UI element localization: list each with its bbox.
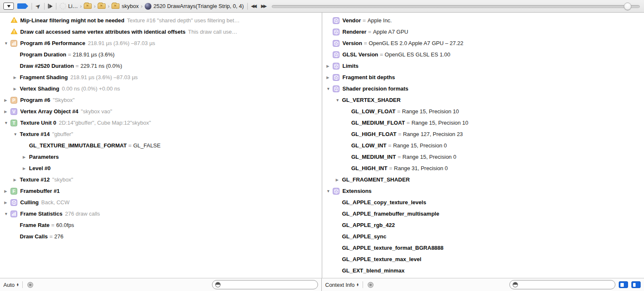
- capture-flag-icon[interactable]: [17, 3, 28, 9]
- row-value: Range 15, Precision 10: [411, 120, 468, 126]
- eye-icon[interactable]: [366, 282, 375, 288]
- tree-row[interactable]: ▼Program #6 Performance218.91 µs (3.6%) …: [0, 37, 322, 49]
- disclosure-triangle[interactable]: ▼: [13, 132, 20, 136]
- filter-field-right[interactable]: [509, 280, 615, 289]
- scope-popup-right[interactable]: Context Info ▲▼: [325, 282, 359, 288]
- tree-row[interactable]: ▶Fragment Shading218.91 µs (3.6%) –87.03…: [0, 72, 322, 83]
- step-forward-button[interactable]: [48, 4, 53, 8]
- row-label: Texture Unit 0: [20, 120, 56, 126]
- disclosure-triangle[interactable]: ▶: [4, 189, 11, 193]
- tree-row[interactable]: GL_TEXTURE_IMMUTABLE_FORMAT=GL_FALSE: [0, 140, 322, 151]
- row-label: Culling: [20, 199, 39, 206]
- layout-toggle-right-button[interactable]: [631, 281, 641, 288]
- tree-row[interactable]: Draw call accessed same vertex attribute…: [0, 26, 322, 37]
- tree-row[interactable]: GL_MEDIUM_FLOAT=Range 15, Precision 10: [322, 117, 644, 128]
- tree-row[interactable]: GL_APPLE_sync: [322, 231, 644, 242]
- triangle-down-icon: [7, 5, 11, 8]
- tree-row[interactable]: GL_MEDIUM_INT=Range 15, Precision 0: [322, 151, 644, 163]
- layout-toggle-left-button[interactable]: [619, 281, 628, 288]
- disclosure-triangle[interactable]: ▶: [23, 166, 29, 171]
- tree-row[interactable]: GL_HIGH_FLOAT=Range 127, Precision 23: [322, 128, 644, 140]
- row-label: GL_HIGH_FLOAT: [351, 131, 396, 137]
- disclosure-triangle[interactable]: ▶: [336, 178, 342, 182]
- tree-row[interactable]: GL_HIGH_INT=Range 31, Precision 0: [322, 163, 644, 174]
- tree-row[interactable]: ▶Level #0: [0, 163, 322, 174]
- row-value: Apple Inc.: [368, 17, 392, 24]
- tree-row[interactable]: Mip-Linear filtering might not be needed…: [0, 15, 322, 26]
- tree-row[interactable]: ▼TTexture Unit 02D:14"gbuffer", Cube Map…: [0, 117, 322, 128]
- tree-row[interactable]: ▼Texture #14"gbuffer": [0, 128, 322, 140]
- breadcrumb-item[interactable]: [84, 3, 92, 9]
- tree-row[interactable]: ▶Vertex Shading0.00 ns (0.0%) +0.00 ns: [0, 83, 322, 94]
- navigate-button[interactable]: ➤: [35, 3, 41, 9]
- tree-row[interactable]: GL_APPLE_copy_texture_levels: [322, 197, 644, 208]
- disclosure-triangle[interactable]: ▶: [13, 75, 20, 80]
- tree-row[interactable]: GLSL Version=OpenGL ES GLSL ES 1.00: [322, 49, 644, 60]
- disclosure-triangle[interactable]: ▼: [336, 98, 342, 102]
- previous-frame-button[interactable]: ◀◀: [251, 3, 257, 9]
- tree-row[interactable]: ▶Parameters: [0, 151, 322, 163]
- tree-row[interactable]: Draw #2520 Duration=229.71 ns (0.0%): [0, 60, 322, 72]
- tree-row[interactable]: GL_EXT_blend_minmax: [322, 265, 644, 276]
- tree-row[interactable]: GL_APPLE_framebuffer_multisample: [322, 208, 644, 219]
- right-bottom-bar: Context Info ▲▼: [322, 278, 644, 291]
- tree-row[interactable]: Draw Calls=276: [0, 231, 322, 242]
- tree-row[interactable]: GL_APPLE_texture_max_level: [322, 254, 644, 265]
- disclosure-triangle[interactable]: ▼: [4, 212, 11, 216]
- breadcrumb-item[interactable]: [98, 3, 106, 9]
- disclosure-triangle[interactable]: ▶: [23, 155, 29, 159]
- disclosure-triangle[interactable]: ▼: [326, 189, 333, 193]
- filter-input-right[interactable]: [520, 282, 612, 288]
- disclosure-triangle[interactable]: ▶: [4, 98, 11, 102]
- disclosure-triangle[interactable]: ▼: [326, 87, 333, 91]
- tree-row[interactable]: ▶Texture #12"skybox": [0, 174, 322, 185]
- tree-row[interactable]: ▼Frame Statistics276 draw calls: [0, 208, 322, 219]
- tree-row[interactable]: ▶FFramebuffer #1: [0, 185, 322, 197]
- tree-row[interactable]: ▶PProgram #6"Skybox": [0, 94, 322, 106]
- tree-row[interactable]: GL_APPLE_rgb_422: [322, 219, 644, 231]
- frame-scrubber-slider[interactable]: [272, 3, 640, 10]
- eye-icon[interactable]: [26, 282, 34, 288]
- tree-row[interactable]: ▶CullingBack, CCW: [0, 197, 322, 208]
- tree-row[interactable]: GL_LOW_FLOAT=Range 15, Precision 10: [322, 106, 644, 117]
- debug-area-toggle-button[interactable]: [3, 3, 14, 10]
- breadcrumb-item[interactable]: skybox: [111, 3, 138, 9]
- bottom-bars: Auto ▲▼ Context Info ▲▼: [0, 278, 644, 291]
- scope-popup-left[interactable]: Auto ▲▼: [3, 282, 19, 288]
- tree-row[interactable]: GL_APPLE_texture_format_BGRA8888: [322, 242, 644, 254]
- row-detail: "skybox": [52, 176, 73, 183]
- breadcrumb-item[interactable]: Li…: [60, 3, 78, 9]
- disclosure-triangle[interactable]: ▶: [4, 200, 11, 205]
- filter-field-left[interactable]: [212, 280, 318, 289]
- tree-row[interactable]: ▶Limits: [322, 60, 644, 72]
- disclosure-triangle[interactable]: ▶: [326, 64, 333, 68]
- disclosure-triangle[interactable]: ▶: [4, 109, 11, 114]
- equals-sign: =: [364, 40, 367, 46]
- equals-sign: =: [128, 142, 132, 149]
- tree-row[interactable]: ▼Extensions: [322, 185, 644, 197]
- context-cube-icon: [333, 63, 339, 69]
- tree-row[interactable]: Program Duration=218.91 µs (3.6%): [0, 49, 322, 60]
- next-frame-button[interactable]: ▶▶: [261, 3, 267, 9]
- tree-row[interactable]: Frame Rate=60.0fps: [0, 219, 322, 231]
- disclosure-triangle[interactable]: ▼: [4, 121, 11, 125]
- tree-row[interactable]: ▼Shader precision formats: [322, 83, 644, 94]
- row-label: Framebuffer #1: [20, 188, 60, 194]
- tree-row[interactable]: ▶VVertex Array Object #4"skybox vao": [0, 106, 322, 117]
- row-value: 276: [54, 233, 64, 240]
- tree-row[interactable]: ▼GL_VERTEX_SHADER: [322, 94, 644, 106]
- context-cube-icon: [11, 199, 17, 206]
- tree-row[interactable]: ▶Fragment bit depths: [322, 72, 644, 83]
- disclosure-triangle[interactable]: ▶: [13, 178, 20, 182]
- filter-input-left[interactable]: [223, 282, 315, 288]
- tree-row[interactable]: ▶GL_FRAGMENT_SHADER: [322, 174, 644, 185]
- tree-row[interactable]: Vendor=Apple Inc.: [322, 15, 644, 26]
- disclosure-triangle[interactable]: ▶: [13, 87, 20, 91]
- disclosure-triangle[interactable]: ▶: [326, 75, 333, 80]
- tree-row[interactable]: Renderer=Apple A7 GPU: [322, 26, 644, 37]
- tree-row[interactable]: Version=OpenGL ES 2.0 Apple A7 GPU – 27.…: [322, 37, 644, 49]
- disclosure-triangle[interactable]: ▼: [4, 41, 11, 45]
- breadcrumb-item[interactable]: 2520 DrawArrays(Triangle Strip, 0, 4): [145, 3, 244, 10]
- tree-row[interactable]: GL_LOW_INT=Range 15, Precision 0: [322, 140, 644, 151]
- slider-thumb[interactable]: [624, 3, 631, 10]
